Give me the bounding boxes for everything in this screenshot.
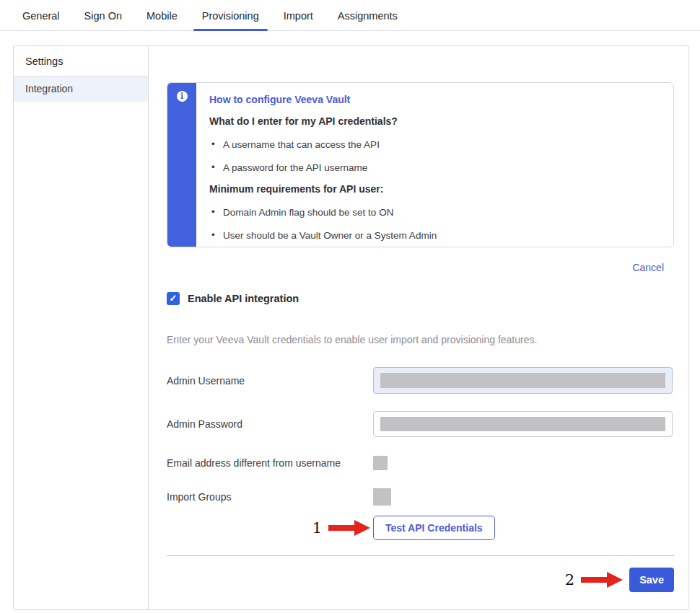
save-button[interactable]: Save (629, 568, 674, 592)
bullet-item: A username that can access the API (209, 139, 659, 150)
bullet-item: Domain Admin flag should be set to ON (209, 207, 659, 218)
provisioning-panel: Settings Integration How to configure Ve… (13, 45, 689, 610)
sidebar-item-integration[interactable]: Integration (14, 76, 148, 102)
callout-accent-bar (167, 83, 196, 247)
red-arrow-icon (328, 520, 370, 536)
save-row: 2 Save (167, 568, 674, 592)
import-groups-checkbox[interactable] (373, 488, 391, 506)
callout-question-2: Minimum requirements for API user: (209, 183, 659, 195)
app-tab-bar: General Sign On Mobile Provisioning Impo… (0, 0, 700, 31)
email-diff-row: Email address different from username (167, 456, 674, 470)
annotation-number-2: 2 (565, 571, 574, 588)
admin-username-label: Admin Username (167, 375, 373, 387)
tab-mobile[interactable]: Mobile (146, 0, 178, 30)
email-diff-checkbox[interactable] (373, 456, 388, 470)
tab-sign-on[interactable]: Sign On (84, 0, 122, 30)
enable-api-checkbox[interactable] (167, 292, 180, 305)
admin-password-row: Admin Password (167, 411, 674, 437)
email-diff-label: Email address different from username (167, 457, 373, 469)
test-credentials-row: 1 Test API Credentials (167, 516, 674, 540)
admin-username-input[interactable] (373, 367, 673, 394)
cancel-link[interactable]: Cancel (632, 262, 664, 273)
annotation-number-1: 1 (312, 519, 322, 537)
tab-provisioning[interactable]: Provisioning (202, 0, 259, 30)
annotation-step-2: 2 (565, 571, 623, 588)
admin-password-label: Admin Password (167, 418, 373, 430)
red-arrow-icon (581, 572, 623, 588)
annotation-step-1: 1 (312, 519, 370, 537)
tab-import[interactable]: Import (284, 0, 313, 30)
footer-divider (167, 555, 674, 556)
info-icon (177, 91, 188, 102)
enable-api-label: Enable API integration (188, 293, 299, 304)
settings-sidebar: Settings Integration (14, 46, 149, 609)
callout-body: How to configure Veeva Vault What do I e… (196, 83, 673, 247)
enable-api-row: Enable API integration (167, 292, 674, 305)
test-api-credentials-button[interactable]: Test API Credentials (373, 516, 495, 540)
callout-question-1: What do I enter for my API credentials? (209, 115, 659, 127)
sidebar-header: Settings (14, 46, 148, 76)
credentials-description: Enter your Veeva Vault credentials to en… (167, 334, 674, 345)
redacted-value (380, 373, 665, 388)
callout-bullets-2: Domain Admin flag should be set to ON Us… (209, 207, 659, 241)
bullet-item: A password for the API username (209, 162, 659, 173)
tab-general[interactable]: General (22, 0, 60, 30)
integration-content: How to configure Veeva Vault What do I e… (149, 46, 688, 609)
redacted-value (380, 417, 665, 431)
info-callout: How to configure Veeva Vault What do I e… (167, 82, 674, 247)
import-groups-label: Import Groups (167, 491, 373, 503)
tab-assignments[interactable]: Assignments (338, 0, 398, 30)
admin-username-row: Admin Username (167, 367, 674, 394)
callout-bullets-1: A username that can access the API A pas… (209, 139, 659, 173)
admin-password-input[interactable] (373, 411, 673, 437)
bullet-item: User should be a Vault Owner or a System… (209, 230, 659, 241)
configure-help-link[interactable]: How to configure Veeva Vault (209, 94, 659, 105)
import-groups-row: Import Groups (167, 488, 674, 506)
cancel-row: Cancel (167, 262, 674, 273)
